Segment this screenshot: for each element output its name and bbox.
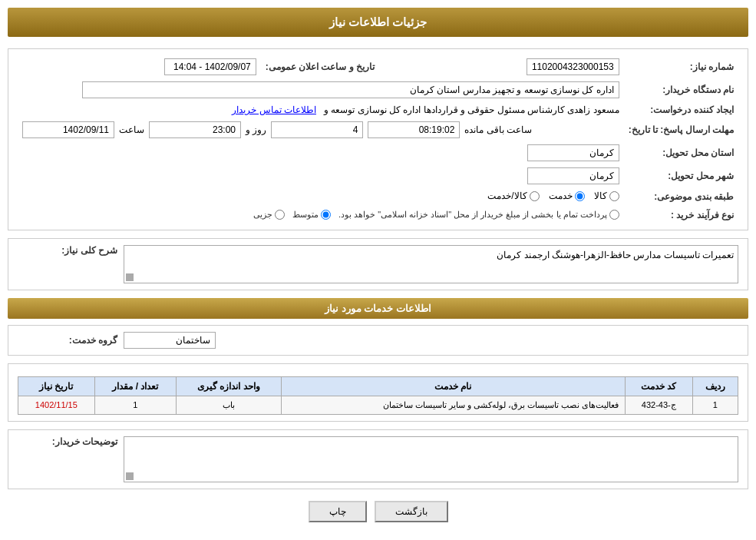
- service-group-label: گروه خدمت:: [18, 335, 117, 346]
- subject-label: طبقه بندی موضوعی:: [624, 187, 738, 207]
- service-group-section: گروه خدمت: ساختمان: [8, 325, 748, 356]
- buyer-desc-container: [124, 436, 738, 482]
- radio-kala-khedmat-label: کالا/خدمت: [487, 190, 527, 201]
- need-description-section: شرح کلی نیاز: تعمیرات تاسیسات مدارس حافظ…: [8, 238, 748, 290]
- response-deadline-value: 1402/09/11 ساعت 23:00 روز و 4 08:19:02 س…: [18, 118, 624, 141]
- subject-radio-kala[interactable]: کالا: [594, 190, 619, 201]
- service-group-value: ساختمان: [124, 332, 216, 349]
- col-service-name: نام خدمت: [281, 376, 626, 396]
- need-description-box: تعمیرات تاسیسات مدارس حافظ-الزهرا-هوشنگ …: [124, 245, 738, 283]
- subject-radio-group: کالا/خدمت خدمت کالا: [487, 190, 619, 201]
- subject-radio-kala-khedmat[interactable]: کالا/خدمت: [487, 190, 539, 201]
- cell-date: 1402/11/15: [18, 396, 95, 414]
- buyer-org-value: اداره کل نوسازی توسعه و تجهیز مدارس استا…: [18, 78, 624, 101]
- table-header-row: ردیف کد خدمت نام خدمت واحد اندازه گیری ت…: [18, 376, 738, 396]
- subject-radio-khedmat[interactable]: خدمت: [549, 190, 585, 201]
- remaining-time-box: 08:19:02: [368, 121, 460, 138]
- back-button[interactable]: بازگشت: [375, 501, 448, 522]
- purchase-type-label: نوع فرآیند خرید :: [624, 207, 738, 224]
- print-button[interactable]: چاپ: [309, 501, 367, 522]
- radio-kala-khedmat[interactable]: [530, 191, 540, 201]
- purchase-type-group: پرداخت تمام یا بخشی از مبلغ خریدار از مح…: [22, 210, 619, 220]
- response-deadline-label: مهلت ارسال پاسخ: تا تاریخ:: [624, 118, 738, 141]
- col-service-code: کد خدمت: [626, 376, 693, 396]
- response-date-box: 1402/09/11: [22, 121, 114, 138]
- cell-unit: باب: [177, 396, 281, 414]
- radio-esnad[interactable]: [609, 210, 619, 220]
- col-unit: واحد اندازه گیری: [177, 376, 281, 396]
- need-number-label: شماره نیاز:: [624, 55, 738, 78]
- need-description-text: تعمیرات تاسیسات مدارس حافظ-الزهرا-هوشنگ …: [497, 250, 734, 260]
- city-label: شهر محل تحویل:: [624, 164, 738, 187]
- cell-qty: 1: [94, 396, 176, 414]
- province-box: کرمان: [527, 144, 619, 161]
- remaining-days-box: 4: [271, 121, 363, 138]
- purchase-type-value: پرداخت تمام یا بخشی از مبلغ خریدار از مح…: [18, 207, 624, 224]
- announce-datetime-label: تاریخ و ساعت اعلان عمومی:: [261, 55, 379, 78]
- purchase-type-motavasset[interactable]: متوسط: [292, 210, 331, 220]
- table-row: 1 ج-43-432 فعالیت‌های نصب تاسیسات برق، ل…: [18, 396, 738, 414]
- cell-row-num: 1: [692, 396, 738, 414]
- buyer-description-section: توضیحات خریدار:: [8, 429, 748, 489]
- radio-khedmat-label: خدمت: [549, 190, 573, 201]
- main-info-section: شماره نیاز: 1102004323000153 تاریخ و ساع…: [8, 48, 748, 230]
- radio-kala[interactable]: [609, 191, 619, 201]
- city-value: کرمان: [18, 164, 624, 187]
- page-header: جزئیات اطلاعات نیاز: [8, 8, 748, 37]
- purchase-jozii-label: جزیی: [253, 210, 272, 220]
- response-time-label: ساعت: [119, 124, 144, 135]
- creator-label: ایجاد کننده درخواست:: [624, 101, 738, 118]
- radio-kala-label: کالا: [594, 190, 607, 201]
- buyer-org-label: نام دستگاه خریدار:: [624, 78, 738, 101]
- need-number-value: 1102004323000153: [379, 55, 624, 78]
- info-table: شماره نیاز: 1102004323000153 تاریخ و ساع…: [18, 55, 738, 224]
- province-label: استان محل تحویل:: [624, 141, 738, 164]
- radio-khedmat[interactable]: [575, 191, 585, 201]
- remaining-time-label: ساعت باقی مانده: [464, 124, 532, 135]
- creator-contact-link[interactable]: اطلاعات تماس خریدار: [232, 104, 316, 115]
- buyer-desc-resize-handle[interactable]: [126, 472, 134, 480]
- radio-jozii[interactable]: [275, 210, 285, 220]
- purchase-type-jozii[interactable]: جزیی: [253, 210, 285, 220]
- buyer-desc-box: [124, 436, 738, 482]
- buyer-org-box: اداره کل نوسازی توسعه و تجهیز مدارس استا…: [82, 81, 619, 98]
- cell-service-name: فعالیت‌های نصب تاسیسات برق، لوله‌کشی و س…: [281, 396, 626, 414]
- cell-service-code: ج-43-432: [626, 396, 693, 414]
- subject-value: کالا/خدمت خدمت کالا: [18, 187, 624, 207]
- announce-datetime-value: 1402/09/07 - 14:04: [18, 55, 261, 78]
- purchase-motavasset-label: متوسط: [292, 210, 319, 220]
- buyer-desc-label: توضیحات خریدار:: [18, 436, 117, 447]
- services-section-title: اطلاعات خدمات مورد نیاز: [8, 298, 748, 319]
- bottom-buttons: بازگشت چاپ: [8, 501, 748, 522]
- response-time-box: 23:00: [149, 121, 241, 138]
- creator-value: مسعود زاهدی کارشناس مسئول حقوقی و قراردا…: [18, 101, 624, 118]
- services-table-body: 1 ج-43-432 فعالیت‌های نصب تاسیسات برق، ل…: [18, 396, 738, 414]
- creator-text: مسعود زاهدی کارشناس مسئول حقوقی و قراردا…: [324, 104, 619, 115]
- services-table: ردیف کد خدمت نام خدمت واحد اندازه گیری ت…: [18, 376, 738, 415]
- need-description-container: تعمیرات تاسیسات مدارس حافظ-الزهرا-هوشنگ …: [124, 245, 738, 283]
- purchase-esnad-label: پرداخت تمام یا بخشی از مبلغ خریدار از مح…: [338, 210, 607, 220]
- remaining-days-label: روز و: [246, 124, 266, 135]
- province-value: کرمان: [18, 141, 624, 164]
- need-description-label: شرح کلی نیاز:: [18, 245, 117, 256]
- services-table-section: ردیف کد خدمت نام خدمت واحد اندازه گیری ت…: [8, 363, 748, 422]
- radio-motavasset[interactable]: [321, 210, 331, 220]
- purchase-type-esnad[interactable]: پرداخت تمام یا بخشی از مبلغ خریدار از مح…: [338, 210, 619, 220]
- col-qty: تعداد / مقدار: [94, 376, 176, 396]
- col-date: تاریخ نیاز: [18, 376, 95, 396]
- announce-datetime-box: 1402/09/07 - 14:04: [164, 58, 256, 75]
- resize-handle[interactable]: [126, 273, 134, 281]
- col-row-num: ردیف: [692, 376, 738, 396]
- need-number-box: 1102004323000153: [527, 58, 619, 75]
- city-box: کرمان: [527, 167, 619, 184]
